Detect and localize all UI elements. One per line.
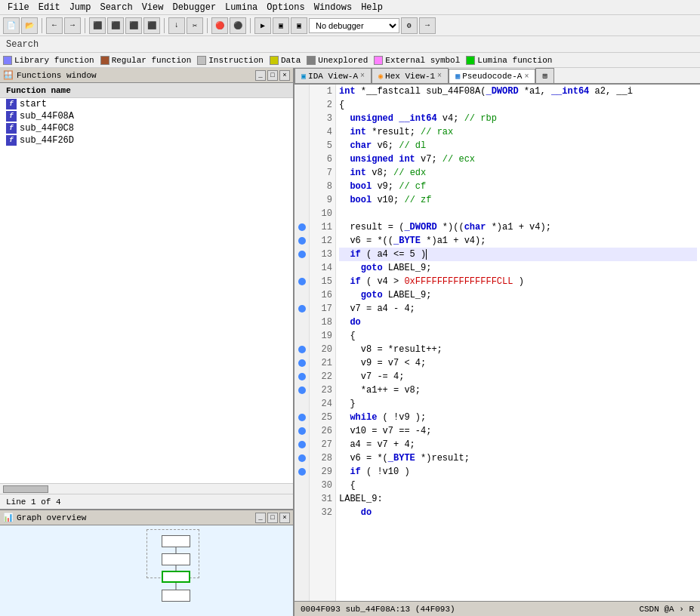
tb-btn-8[interactable]: ⚫ bbox=[230, 17, 246, 34]
code-line-22[interactable]: v7 -= 4; bbox=[339, 370, 697, 383]
bp-cell-26[interactable] bbox=[294, 424, 310, 438]
code-line-27[interactable]: a4 = v7 + 4; bbox=[339, 438, 697, 451]
bp-cell-19[interactable] bbox=[294, 329, 310, 343]
functions-close-btn[interactable]: × bbox=[279, 70, 290, 81]
code-line-28[interactable]: v6 = *(_BYTE *)result; bbox=[339, 451, 697, 465]
bp-cell-11[interactable] bbox=[294, 220, 310, 234]
menu-search[interactable]: Search bbox=[95, 2, 137, 14]
code-line-5[interactable]: char v6; // dl bbox=[339, 139, 697, 152]
menu-debugger[interactable]: Debugger bbox=[168, 2, 220, 14]
graph-close-btn[interactable]: × bbox=[279, 513, 290, 523]
bp-cell-8[interactable] bbox=[294, 180, 310, 193]
tb-btn-1[interactable]: ⬛ bbox=[89, 17, 106, 34]
tb-btn-6[interactable]: ✂ bbox=[187, 17, 203, 34]
code-line-32[interactable]: do bbox=[339, 506, 697, 519]
code-line-31[interactable]: LABEL_9: bbox=[339, 492, 697, 506]
bp-cell-20[interactable] bbox=[294, 343, 310, 356]
code-line-23[interactable]: *a1++ = v8; bbox=[339, 383, 697, 397]
code-line-19[interactable]: { bbox=[339, 329, 697, 343]
back-button[interactable]: ← bbox=[46, 17, 63, 34]
tb-btn-5[interactable]: ↓ bbox=[168, 17, 185, 34]
code-line-7[interactable]: int v8; // edx bbox=[339, 166, 697, 180]
menu-lumina[interactable]: Lumina bbox=[220, 2, 262, 14]
menu-file[interactable]: File bbox=[3, 2, 34, 14]
bp-cell-9[interactable] bbox=[294, 193, 310, 207]
code-line-2[interactable]: { bbox=[339, 98, 697, 112]
code-line-9[interactable]: bool v10; // zf bbox=[339, 193, 697, 207]
code-line-25[interactable]: while ( !v9 ); bbox=[339, 411, 697, 424]
menu-jump[interactable]: Jump bbox=[65, 2, 96, 14]
code-line-6[interactable]: unsigned int v7; // ecx bbox=[339, 152, 697, 166]
menu-edit[interactable]: Edit bbox=[34, 2, 65, 14]
graph-canvas[interactable] bbox=[0, 525, 293, 616]
fn-item-sub44f26d[interactable]: f sub_44F26D bbox=[0, 134, 293, 146]
tab-hex-view[interactable]: ◉ Hex View-1 × bbox=[372, 68, 449, 83]
code-content[interactable]: int *__fastcall sub_44F08A(_DWORD *a1, _… bbox=[336, 85, 700, 601]
code-line-18[interactable]: do bbox=[339, 316, 697, 329]
debugger-select[interactable]: No debugger bbox=[309, 18, 399, 33]
fn-item-start[interactable]: f start bbox=[0, 98, 293, 110]
graph-restore-btn[interactable]: □ bbox=[267, 513, 278, 523]
tb-btn-9[interactable]: ▶ bbox=[254, 17, 271, 34]
bp-cell-5[interactable] bbox=[294, 139, 310, 152]
code-line-15[interactable]: if ( v4 > 0xFFFFFFFFFFFFFFFCLL ) bbox=[339, 275, 697, 288]
tab-ida-view[interactable]: ▣ IDA View-A × bbox=[294, 68, 372, 83]
bp-cell-4[interactable] bbox=[294, 125, 310, 139]
bp-cell-27[interactable] bbox=[294, 438, 310, 451]
bp-cell-1[interactable] bbox=[294, 85, 310, 98]
functions-restore-btn[interactable]: □ bbox=[267, 70, 278, 81]
code-line-20[interactable]: v8 = *result++; bbox=[339, 343, 697, 356]
bp-cell-18[interactable] bbox=[294, 316, 310, 329]
bp-cell-28[interactable] bbox=[294, 451, 310, 465]
bp-cell-31[interactable] bbox=[294, 492, 310, 506]
bp-cell-7[interactable] bbox=[294, 166, 310, 180]
bp-cell-29[interactable] bbox=[294, 465, 310, 479]
code-line-11[interactable]: result = (_DWORD *)((char *)a1 + v4); bbox=[339, 220, 697, 234]
bp-cell-3[interactable] bbox=[294, 112, 310, 125]
bp-cell-23[interactable] bbox=[294, 383, 310, 397]
menu-options[interactable]: Options bbox=[262, 2, 309, 14]
bp-cell-21[interactable] bbox=[294, 356, 310, 370]
functions-hscroll-thumb[interactable] bbox=[3, 485, 48, 493]
tb-btn-2[interactable]: ⬛ bbox=[107, 17, 124, 34]
bp-cell-12[interactable] bbox=[294, 234, 310, 248]
functions-hscroll[interactable] bbox=[0, 483, 293, 494]
code-line-3[interactable]: unsigned __int64 v4; // rbp bbox=[339, 112, 697, 125]
tab-hex-close[interactable]: × bbox=[437, 72, 442, 80]
bp-cell-14[interactable] bbox=[294, 261, 310, 275]
open-button[interactable]: 📂 bbox=[21, 17, 38, 34]
menu-windows[interactable]: Windows bbox=[310, 2, 356, 14]
tb-btn-4[interactable]: ⬛ bbox=[143, 17, 160, 34]
bp-cell-30[interactable] bbox=[294, 479, 310, 492]
menu-view[interactable]: View bbox=[137, 2, 168, 14]
code-line-12[interactable]: v6 = *((_BYTE *)a1 + v4); bbox=[339, 234, 697, 248]
tab-extra[interactable]: ⊞ bbox=[535, 68, 554, 83]
forward-button[interactable]: → bbox=[64, 17, 81, 34]
fn-item-sub44f0c8[interactable]: f sub_44F0C8 bbox=[0, 122, 293, 134]
code-line-24[interactable]: } bbox=[339, 397, 697, 411]
tb-btn-10[interactable]: ▣ bbox=[273, 17, 289, 34]
tb-btn-12[interactable]: ⚙ bbox=[401, 17, 418, 34]
tb-btn-3[interactable]: ⬛ bbox=[125, 17, 142, 34]
bp-cell-24[interactable] bbox=[294, 397, 310, 411]
tb-btn-11[interactable]: ▣ bbox=[291, 17, 307, 34]
graph-minimize-btn[interactable]: _ bbox=[255, 513, 266, 523]
bp-cell-32[interactable] bbox=[294, 506, 310, 519]
tb-btn-13[interactable]: → bbox=[419, 17, 436, 34]
code-line-26[interactable]: v10 = v7 == -4; bbox=[339, 424, 697, 438]
bp-cell-16[interactable] bbox=[294, 288, 310, 302]
code-line-10[interactable] bbox=[339, 207, 697, 220]
code-line-13[interactable]: if ( a4 <= 5 ) bbox=[339, 248, 697, 261]
bp-cell-15[interactable] bbox=[294, 275, 310, 288]
code-area[interactable]: 1234567891011121314151617181920212223242… bbox=[294, 85, 700, 601]
bp-cell-17[interactable] bbox=[294, 302, 310, 316]
bp-cell-6[interactable] bbox=[294, 152, 310, 166]
tab-ida-close[interactable]: × bbox=[360, 72, 365, 80]
code-line-17[interactable]: v7 = a4 - 4; bbox=[339, 302, 697, 316]
code-line-16[interactable]: goto LABEL_9; bbox=[339, 288, 697, 302]
code-line-30[interactable]: { bbox=[339, 479, 697, 492]
bp-cell-25[interactable] bbox=[294, 411, 310, 424]
code-line-4[interactable]: int *result; // rax bbox=[339, 125, 697, 139]
code-line-8[interactable]: bool v9; // cf bbox=[339, 180, 697, 193]
code-line-14[interactable]: goto LABEL_9; bbox=[339, 261, 697, 275]
